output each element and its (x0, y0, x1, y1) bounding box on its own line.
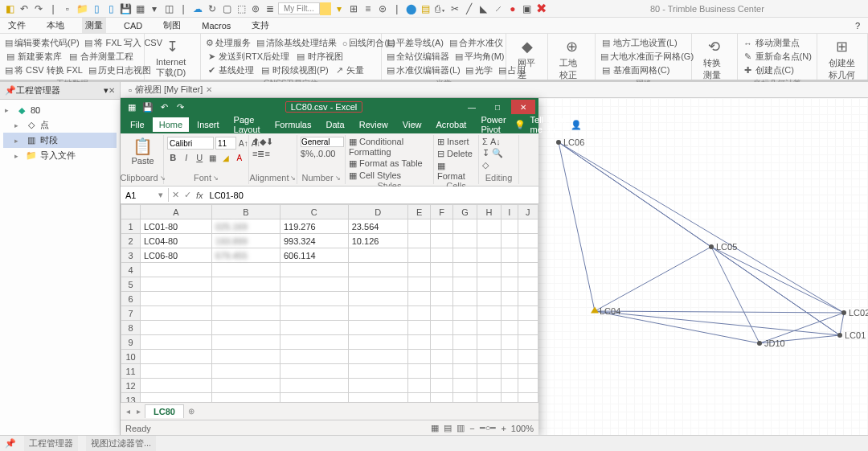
cell-G7[interactable] (452, 306, 477, 321)
tree-root[interactable]: ▸◆80 (3, 103, 117, 117)
ex-tab-insert[interactable]: Insert (190, 117, 226, 132)
row-header-4[interactable]: 4 (121, 263, 141, 277)
cell-D11[interactable] (348, 364, 407, 379)
cell-E13[interactable] (407, 393, 430, 403)
cell-I8[interactable] (501, 321, 518, 335)
tab-close-icon[interactable]: ✕ (206, 85, 212, 94)
cell-B4[interactable] (212, 263, 280, 277)
cell-B10[interactable] (212, 350, 280, 364)
tree-item-points[interactable]: ▸◇点 (3, 117, 117, 133)
col-header-A[interactable]: A (141, 205, 212, 219)
cell-G1[interactable] (452, 219, 477, 234)
cell-J4[interactable] (518, 263, 538, 277)
cell-A6[interactable] (141, 292, 212, 306)
cell-I12[interactable] (501, 379, 518, 393)
cell-G9[interactable] (452, 335, 477, 350)
save-icon[interactable]: 💾 (119, 2, 132, 15)
clear-icon[interactable]: ▤ (256, 38, 264, 49)
doc2-icon[interactable]: ▯ (104, 2, 117, 15)
cell-A1[interactable]: LC01-80 (141, 219, 212, 234)
angle-icon[interactable]: ◣ (477, 2, 490, 15)
fill-color-icon[interactable]: ◢ (220, 151, 232, 164)
find-icon[interactable]: 🔍 (492, 148, 503, 158)
process-icon[interactable]: ⚙ (206, 38, 214, 49)
row-header-8[interactable]: 8 (121, 321, 141, 335)
fx-icon[interactable]: fx (196, 191, 203, 200)
view-pagelayout-icon[interactable]: ▤ (444, 423, 452, 433)
ribbon-net-adjust[interactable]: ◆网平差(A) (506, 34, 548, 80)
edit-feature-icon[interactable]: ▤ (5, 38, 13, 49)
excel-close-icon[interactable]: ✕ (511, 100, 535, 114)
tell-me-icon[interactable]: 💡 (514, 120, 526, 130)
cell-G6[interactable] (452, 292, 477, 306)
cell-D10[interactable] (348, 350, 407, 364)
timeline-icon[interactable]: ▤ (295, 51, 306, 63)
cell-G4[interactable] (452, 263, 477, 277)
sort-icon[interactable]: A↓ (490, 137, 501, 146)
cell-G3[interactable] (452, 248, 477, 263)
row-header-12[interactable]: 12 (121, 379, 141, 393)
cond-format[interactable]: Conditional Formatting (349, 137, 403, 157)
cell-E3[interactable] (407, 248, 430, 263)
settings-icon[interactable]: ◫ (162, 2, 175, 15)
cell-H8[interactable] (477, 321, 501, 335)
cell-F10[interactable] (431, 350, 452, 364)
cell-H2[interactable] (477, 234, 501, 248)
paste-button[interactable]: 📋Paste (125, 137, 160, 166)
csv-fxl-icon[interactable]: ▤ (5, 65, 13, 76)
local-site[interactable]: 地方工地设置(L) (613, 37, 677, 49)
cell-A5[interactable] (141, 277, 212, 292)
cell-I13[interactable] (501, 393, 518, 403)
ts-editor[interactable]: 全站仪编辑器 (396, 51, 449, 63)
datum-icon[interactable]: ▤ (600, 65, 612, 76)
cell-F11[interactable] (431, 364, 452, 379)
cell-J1[interactable] (518, 219, 538, 234)
inc-decimal-icon[interactable]: .0 (316, 149, 323, 158)
clear-cells-icon[interactable]: ◇ (482, 160, 489, 170)
geoid-icon[interactable]: ▤ (600, 51, 608, 63)
excel-save-icon[interactable]: 💾 (140, 102, 156, 113)
cell-F13[interactable] (431, 393, 452, 403)
cell-G5[interactable] (452, 277, 477, 292)
view-normal-icon[interactable]: ▦ (431, 423, 439, 433)
align-mid-icon[interactable]: ◆ (260, 137, 266, 146)
merge-level[interactable]: 合并水准仪 (459, 37, 503, 49)
cell-J10[interactable] (518, 350, 538, 364)
footer-tab-project[interactable]: 工程管理器 (24, 436, 78, 451)
cell-F5[interactable] (431, 277, 452, 292)
create-pt-icon[interactable]: ✚ (743, 65, 754, 76)
undo-icon[interactable]: ↶ (18, 2, 31, 15)
print-dropdown-icon[interactable]: ⎙▾ (434, 2, 447, 15)
format-table-icon[interactable]: ▦ (349, 158, 357, 168)
calendar-icon[interactable]: ▦ (133, 2, 146, 15)
font-name-input[interactable] (167, 137, 214, 150)
cell-C7[interactable] (280, 306, 348, 321)
datum-grid[interactable]: 基准面网格(C) (613, 64, 669, 76)
format-cells-icon[interactable]: ▦ (437, 161, 445, 170)
cell-F7[interactable] (431, 306, 452, 321)
bold-icon[interactable]: B (167, 151, 179, 164)
percent-icon[interactable]: % (305, 149, 313, 158)
session-icon[interactable]: ▤ (260, 65, 271, 76)
format-cells[interactable]: Format (437, 171, 465, 181)
level-editor-icon[interactable]: ▤ (387, 65, 395, 76)
fxl-csv-icon[interactable]: ▤ (84, 38, 92, 49)
rec-dot-icon[interactable]: ● (506, 2, 519, 15)
col-header-G[interactable]: G (452, 205, 477, 219)
cell-A12[interactable] (141, 379, 212, 393)
row-header-1[interactable]: 1 (121, 219, 141, 234)
geoid-grid[interactable]: 大地水准面子网格(G) (610, 51, 694, 63)
select-all-cell[interactable] (121, 205, 141, 219)
cell-I7[interactable] (501, 306, 518, 321)
point-LC04[interactable] (591, 306, 599, 313)
cell-I2[interactable] (501, 234, 518, 248)
stop-icon[interactable]: ▣ (521, 2, 534, 15)
edit-feature-code[interactable]: 编辑要素代码(P) (14, 37, 80, 49)
cell-C9[interactable] (280, 335, 348, 350)
point-LC05[interactable] (709, 244, 714, 249)
cell-E12[interactable] (407, 379, 430, 393)
excel-undo-icon[interactable]: ↶ (156, 102, 172, 113)
cell-C11[interactable] (280, 364, 348, 379)
border-icon[interactable]: ▦ (207, 151, 219, 164)
number-format-dropdown[interactable] (301, 137, 344, 147)
